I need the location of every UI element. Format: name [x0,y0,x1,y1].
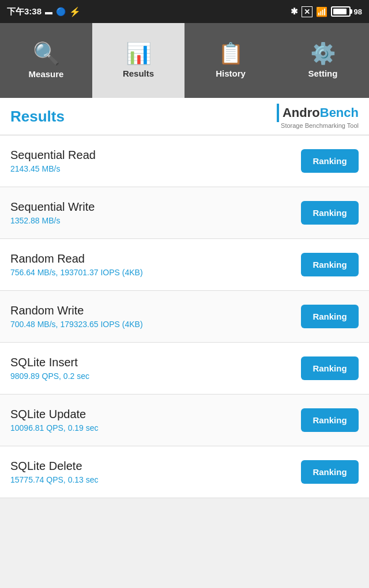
status-left: 下午3:38 ▬ 🔵 ⚡ [7,6,81,17]
tab-measure[interactable]: 🔍 Measure [0,23,92,98]
ranking-btn-sqlite-update[interactable]: Ranking [301,408,359,432]
result-info-sqlite-delete: SQLite Delete 15775.74 QPS, 0.13 sec [10,460,301,484]
result-value-sqlite-delete: 15775.74 QPS, 0.13 sec [10,475,301,484]
app-icon-2: ⚡ [69,6,81,17]
status-bar: 下午3:38 ▬ 🔵 ⚡ ✱ ✕ 📶 98 [0,0,369,23]
result-value-sequential-write: 1352.88 MB/s [10,216,301,225]
result-info-random-read: Random Read 756.64 MB/s, 193701.37 IOPS … [10,252,301,277]
result-value-random-read: 756.64 MB/s, 193701.37 IOPS (4KB) [10,268,301,277]
result-row-sqlite-insert: SQLite Insert 9809.89 QPS, 0.2 sec Ranki… [0,343,369,394]
page-title: Results [10,108,65,126]
tab-history[interactable]: 📋 History [184,23,277,98]
brand-bar: AndroBench [277,104,359,122]
status-right: ✱ ✕ 📶 98 [291,6,362,17]
result-name-sqlite-insert: SQLite Insert [10,356,301,369]
result-name-sqlite-delete: SQLite Delete [10,460,301,473]
ranking-btn-sequential-write[interactable]: Ranking [301,201,359,225]
signal-icon: ▬ [45,7,52,16]
ranking-btn-sqlite-delete[interactable]: Ranking [301,460,359,484]
tab-setting[interactable]: ⚙️ Setting [277,23,369,98]
result-info-sequential-write: Sequential Write 1352.88 MB/s [10,200,301,225]
ranking-btn-sequential-read[interactable]: Ranking [301,149,359,173]
brand-sub: Storage Benchmarking Tool [281,122,359,129]
battery-container [331,6,351,17]
results-list: Sequential Read 2143.45 MB/s Ranking Seq… [0,135,369,498]
result-name-sqlite-update: SQLite Update [10,408,301,421]
result-value-random-write: 700.48 MB/s, 179323.65 IOPS (4KB) [10,320,301,329]
result-name-random-read: Random Read [10,252,301,265]
result-info-sqlite-insert: SQLite Insert 9809.89 QPS, 0.2 sec [10,356,301,381]
signal-x-icon: ✕ [302,6,312,17]
setting-icon: ⚙️ [310,43,336,64]
result-row-sqlite-update: SQLite Update 10096.81 QPS, 0.19 sec Ran… [0,394,369,446]
history-icon: 📋 [218,43,244,64]
brand-vert-bar [277,104,279,122]
tab-measure-label: Measure [29,69,64,79]
bluetooth-icon: ✱ [291,6,298,17]
ranking-btn-random-write[interactable]: Ranking [301,305,359,328]
result-name-sequential-write: Sequential Write [10,200,301,214]
result-info-random-write: Random Write 700.48 MB/s, 179323.65 IOPS… [10,304,301,329]
ranking-btn-sqlite-insert[interactable]: Ranking [301,356,359,380]
tab-results[interactable]: 📊 Results [92,23,184,98]
result-name-random-write: Random Write [10,304,301,317]
result-info-sqlite-update: SQLite Update 10096.81 QPS, 0.19 sec [10,408,301,433]
tab-results-label: Results [123,69,154,78]
result-name-sequential-read: Sequential Read [10,149,301,162]
result-row-sequential-read: Sequential Read 2143.45 MB/s Ranking [0,135,369,187]
measure-icon: 🔍 [33,43,60,65]
wifi-icon: 📶 [316,6,327,17]
result-info-sequential-read: Sequential Read 2143.45 MB/s [10,149,301,173]
result-row-random-write: Random Write 700.48 MB/s, 179323.65 IOPS… [0,291,369,343]
brand-logo: AndroBench Storage Benchmarking Tool [277,104,359,129]
brand-name: AndroBench [283,105,359,120]
battery-percent: 98 [354,7,362,16]
result-row-random-read: Random Read 756.64 MB/s, 193701.37 IOPS … [0,239,369,291]
result-value-sqlite-update: 10096.81 QPS, 0.19 sec [10,423,301,433]
result-value-sqlite-insert: 9809.89 QPS, 0.2 sec [10,371,301,381]
ranking-btn-random-read[interactable]: Ranking [301,253,359,276]
app-icon-1: 🔵 [56,7,66,16]
result-row-sqlite-delete: SQLite Delete 15775.74 QPS, 0.13 sec Ran… [0,446,369,498]
tab-setting-label: Setting [308,69,338,78]
nav-tabs: 🔍 Measure 📊 Results 📋 History ⚙️ Setting [0,23,369,98]
result-value-sequential-read: 2143.45 MB/s [10,164,301,173]
page-header: Results AndroBench Storage Benchmarking … [0,98,369,135]
status-time: 下午3:38 [7,6,42,17]
results-icon: 📊 [126,43,152,64]
result-row-sequential-write: Sequential Write 1352.88 MB/s Ranking [0,187,369,239]
tab-history-label: History [216,69,246,78]
